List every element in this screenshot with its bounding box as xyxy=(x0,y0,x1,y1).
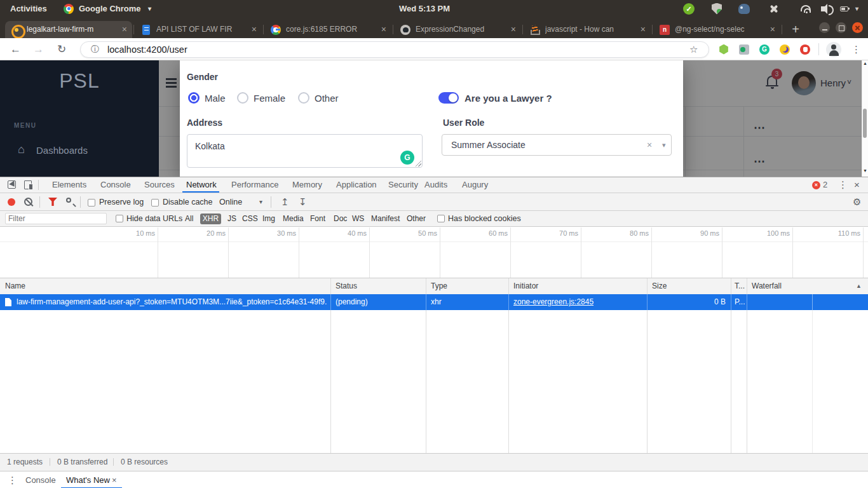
address-textarea[interactable]: Kolkata xyxy=(187,134,423,168)
devtools-tab-augury[interactable]: Augury xyxy=(462,177,488,193)
column-header-status[interactable]: Status xyxy=(336,278,357,294)
radio-male[interactable] xyxy=(188,92,200,104)
column-header-type[interactable]: Type xyxy=(431,278,447,294)
throttling-select[interactable]: Online xyxy=(219,193,242,211)
app-menu[interactable]: Google Chrome xyxy=(79,0,141,17)
drawer-tab-console[interactable]: Console xyxy=(25,471,56,488)
browser-tab-github[interactable]: ExpressionChanged × xyxy=(394,21,521,38)
tab-close-icon[interactable]: × xyxy=(122,21,127,38)
column-header-size[interactable]: Size xyxy=(652,278,667,294)
browser-tab-npm[interactable]: n @ng-select/ng-selec × xyxy=(653,21,780,38)
grammarly-extension-icon[interactable]: G xyxy=(759,44,770,55)
radio-female-label[interactable]: Female xyxy=(254,93,285,104)
has-blocked-cookies-label[interactable]: Has blocked cookies xyxy=(448,210,521,227)
filter-input[interactable] xyxy=(5,213,107,224)
drawer-tab-whats-new[interactable]: What's New xyxy=(66,471,110,488)
address-bar[interactable]: ⓘ localhost:4200/user ☆ xyxy=(80,41,709,58)
wifi-icon[interactable] xyxy=(801,5,811,11)
tab-close-icon[interactable]: × xyxy=(252,21,257,38)
textarea-resize-handle[interactable] xyxy=(416,161,421,166)
error-count[interactable]: 2 xyxy=(823,177,827,193)
devtools-tab-memory[interactable]: Memory xyxy=(292,177,322,193)
status-check-icon[interactable]: ✓ xyxy=(683,3,695,15)
clear-requests-icon[interactable] xyxy=(24,198,32,206)
filter-pill-font[interactable]: Font xyxy=(310,214,325,224)
radio-other[interactable] xyxy=(298,92,309,104)
tab-close-icon[interactable]: × xyxy=(381,21,386,38)
devtools-tab-sources[interactable]: Sources xyxy=(144,177,175,193)
tray-extension-icon[interactable] xyxy=(769,4,779,14)
new-tab-button[interactable]: + xyxy=(788,22,803,37)
radio-other-label[interactable]: Other xyxy=(315,93,339,104)
error-badge-icon[interactable]: × xyxy=(812,181,820,189)
window-maximize-button[interactable] xyxy=(836,22,846,33)
devtools-tab-security[interactable]: Security xyxy=(388,177,418,193)
sidebar-item-dashboards[interactable]: Dashboards xyxy=(36,145,88,156)
scrollbar-thumb[interactable] xyxy=(863,109,867,138)
record-button[interactable] xyxy=(8,198,15,206)
browser-tab-docs[interactable]: API LIST OF LAW FIR × xyxy=(135,21,262,38)
select-caret-icon[interactable]: ▾ xyxy=(662,135,666,155)
preserve-log-checkbox[interactable] xyxy=(88,199,95,207)
sort-ascending-icon[interactable]: ▲ xyxy=(856,278,862,294)
node-extension-icon[interactable] xyxy=(719,44,729,55)
forward-button[interactable]: → xyxy=(33,38,44,60)
tab-close-icon[interactable]: × xyxy=(770,21,775,38)
devtools-tab-performance[interactable]: Performance xyxy=(231,177,278,193)
request-name[interactable]: law-firm-management-add-user-api?_stoken… xyxy=(17,294,327,310)
disable-cache-checkbox[interactable] xyxy=(151,199,159,207)
devtools-tab-console[interactable]: Console xyxy=(100,177,131,193)
search-icon[interactable] xyxy=(66,198,71,203)
column-header-name[interactable]: Name xyxy=(5,278,25,294)
grammarly-badge-icon[interactable]: G xyxy=(400,151,414,165)
filter-pill-media[interactable]: Media xyxy=(283,214,304,224)
devtools-tab-audits[interactable]: Audits xyxy=(424,177,447,193)
activities-button[interactable]: Activities xyxy=(10,0,47,17)
filter-pill-img[interactable]: Img xyxy=(262,214,275,224)
volume-icon[interactable] xyxy=(821,6,825,11)
url-text[interactable]: localhost:4200/user xyxy=(107,42,187,57)
browser-menu-icon[interactable]: ⋮ xyxy=(851,38,861,60)
export-har-icon[interactable]: ↧ xyxy=(299,193,307,211)
devtools-tab-application[interactable]: Application xyxy=(336,177,377,193)
hide-data-urls-checkbox[interactable] xyxy=(116,215,123,222)
adblock-extension-icon[interactable] xyxy=(800,44,810,55)
devtools-tab-network[interactable]: Network xyxy=(186,177,217,193)
filter-pill-doc[interactable]: Doc xyxy=(334,214,347,224)
browser-tab-stackoverflow[interactable]: javascript - How can × xyxy=(524,21,651,38)
drawer-tab-close-icon[interactable]: × xyxy=(112,471,117,488)
filter-pill-css[interactable]: CSS xyxy=(242,214,258,224)
info-icon[interactable]: ⓘ xyxy=(91,42,99,57)
hide-data-urls-label[interactable]: Hide data URLs xyxy=(126,210,182,227)
moon-extension-icon[interactable] xyxy=(780,44,790,55)
browser-tab-legalkart[interactable]: legalkart-law-firm-m × xyxy=(5,21,132,38)
filter-pill-ws[interactable]: WS xyxy=(352,214,364,224)
has-blocked-cookies-checkbox[interactable] xyxy=(437,215,445,222)
system-menu-caret-icon[interactable]: ▾ xyxy=(855,0,858,17)
import-har-icon[interactable]: ↥ xyxy=(281,193,289,211)
bookmark-star-icon[interactable]: ☆ xyxy=(689,42,698,57)
scroll-up-icon[interactable]: ▲ xyxy=(863,61,867,65)
tab-close-icon[interactable]: × xyxy=(511,21,516,38)
column-header-initiator[interactable]: Initiator xyxy=(513,278,538,294)
devtools-close-icon[interactable]: × xyxy=(854,177,860,193)
column-header-waterfall[interactable]: Waterfall xyxy=(752,278,782,294)
disable-cache-label[interactable]: Disable cache xyxy=(163,193,213,211)
postgresql-icon[interactable] xyxy=(738,4,750,14)
clear-selection-icon[interactable]: × xyxy=(647,135,652,155)
devtools-tab-elements[interactable]: Elements xyxy=(52,177,86,193)
battery-icon[interactable] xyxy=(840,6,848,11)
user-role-select[interactable]: Summer Associate × ▾ xyxy=(442,134,672,156)
reload-button[interactable]: ↻ xyxy=(57,38,66,60)
filter-pill-other[interactable]: Other xyxy=(407,214,426,224)
inspect-element-icon[interactable] xyxy=(8,180,16,189)
back-button[interactable]: ← xyxy=(10,38,21,60)
shield-check-icon[interactable] xyxy=(712,3,722,15)
lawyer-toggle[interactable] xyxy=(438,92,459,104)
filter-pill-js[interactable]: JS xyxy=(227,214,236,224)
network-settings-gear-icon[interactable]: ⚙ xyxy=(853,193,861,211)
window-minimize-button[interactable] xyxy=(819,22,830,33)
request-initiator-link[interactable]: zone-evergreen.js:2845 xyxy=(513,294,593,310)
filter-pill-manifest[interactable]: Manifest xyxy=(371,214,400,224)
filter-pill-all[interactable]: All xyxy=(185,214,193,224)
